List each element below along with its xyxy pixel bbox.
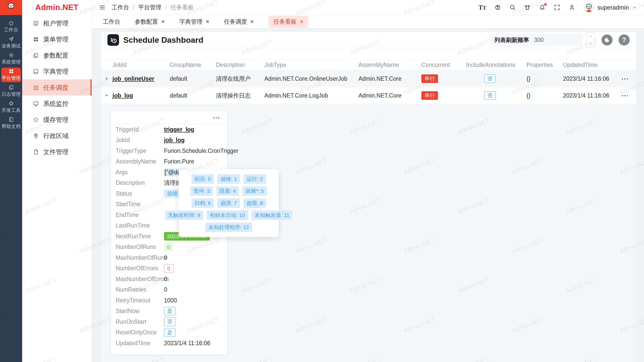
sidebar-item-3[interactable]: 字典管理: [22, 63, 92, 79]
detail-row: JobIdjob_log: [111, 135, 227, 146]
breadcrumb-item-0[interactable]: 工作台: [112, 4, 129, 11]
question-icon: ?: [622, 36, 626, 44]
status-badge: 运行: 2: [244, 174, 266, 184]
detail-label: Status: [116, 190, 164, 197]
table-row: job_onlineUserdefault清理在线用户Admin.NET.Cor…: [101, 70, 636, 87]
refresh-rate-label: 列表刷新频率: [494, 36, 529, 44]
status-badge: 阻塞: 4: [216, 186, 239, 196]
dashboard-card: Schedule Dashboard 列表刷新频率 300 ?: [101, 32, 636, 362]
caret-down-icon[interactable]: [104, 93, 109, 98]
location-pin-icon: [33, 133, 39, 139]
detail-tag: 0: [164, 264, 174, 273]
dark-mode-button[interactable]: [601, 34, 613, 46]
user-icon[interactable]: [569, 4, 575, 11]
rail-item-5[interactable]: 开发工具: [1, 100, 21, 114]
detail-text: 0: [164, 254, 167, 261]
detail-text: 1000: [164, 297, 177, 304]
sidebar-item-label: 系统监控: [43, 100, 68, 108]
status-legend-badges: 积压: 0就绪: 1运行: 2暂停: 3阻塞: 4就绪*: 5归档: 6崩溃: …: [181, 173, 276, 233]
column-header: IncludeAnnotations: [466, 62, 527, 68]
tab-4[interactable]: 任务看板×: [268, 16, 308, 28]
cell-properties: {}: [527, 92, 563, 99]
rail-item-3[interactable]: 平台管理: [1, 68, 21, 82]
sidebar-collapse-icon[interactable]: [99, 4, 106, 11]
user-menu[interactable]: superadmin: [583, 2, 637, 13]
sidebar-item-7[interactable]: 行政区域: [22, 128, 92, 144]
fullscreen-icon[interactable]: [554, 4, 560, 11]
sidebar-item-8[interactable]: 文件管理: [22, 144, 92, 160]
help-button[interactable]: ?: [619, 34, 630, 46]
sidebar-item-4[interactable]: 任务调度: [22, 79, 92, 96]
theme-shirt-icon[interactable]: [524, 4, 531, 11]
tab-1[interactable]: 参数配置×: [135, 18, 165, 26]
detail-row: NumberOfErrors0: [111, 263, 227, 274]
breadcrumb-item-2[interactable]: 任务看板: [171, 4, 194, 11]
rail-item-label: 日志管理: [2, 91, 21, 98]
caret-right-icon[interactable]: [104, 76, 109, 81]
detail-tag: 是: [164, 307, 175, 315]
detail-row: TriggerIdtrigger_log: [111, 124, 227, 135]
rail-item-0[interactable]: 工作台: [1, 19, 21, 34]
sidebar-item-2[interactable]: 参数配置: [22, 47, 92, 63]
tab-3[interactable]: 任务调度×: [224, 18, 254, 26]
job-id-link[interactable]: job_log: [112, 92, 133, 99]
tab-close-icon[interactable]: ×: [300, 19, 303, 25]
detail-label: NextRunTime: [116, 233, 164, 240]
tab-close-icon[interactable]: ×: [161, 19, 165, 25]
notification-bell-icon[interactable]: [539, 4, 546, 11]
detail-label: EndTime: [116, 212, 164, 218]
sidebar-item-6[interactable]: 缓存管理: [22, 112, 92, 128]
cell-assembly-name: Admin.NET.Core: [358, 92, 421, 99]
detail-link[interactable]: trigger_log: [164, 126, 194, 133]
include-annotations-tag: 否: [484, 74, 496, 83]
sidebar-item-1[interactable]: 菜单管理: [22, 31, 92, 47]
detail-tag: 0: [164, 243, 173, 251]
refresh-rate-input[interactable]: 列表刷新频率 300: [490, 34, 582, 46]
search-icon[interactable]: [509, 4, 516, 11]
sidebar-item-5[interactable]: 系统监控: [22, 96, 92, 112]
detail-label: JobId: [116, 137, 164, 144]
tab-close-icon[interactable]: ×: [250, 19, 254, 25]
detail-label: StartTime: [116, 201, 164, 208]
tab-2[interactable]: 字典管理×: [179, 18, 209, 26]
concurrent-tag: 串行: [421, 74, 438, 83]
detail-row: NumberOfRuns0: [111, 242, 227, 253]
tab-bar: 工作台参数配置×字典管理×任务调度×任务看板×: [92, 15, 644, 28]
stepper-up-icon[interactable]: [587, 32, 595, 40]
refresh-rate-stepper: [586, 32, 595, 48]
rail-item-2[interactable]: 系统管理: [1, 52, 21, 66]
icon-rail: 工作台业务测试系统管理平台管理日志管理开发工具帮助文档: [0, 0, 22, 362]
app-logo[interactable]: [0, 0, 22, 15]
breadcrumb: 工作台/平台管理/任务看板: [112, 4, 194, 11]
table-header-row: JobIdGroupNameDescriptionJobTypeAssembly…: [101, 60, 636, 70]
detail-row: ResetOnlyOnce是: [111, 327, 227, 338]
detail-link[interactable]: job_log: [164, 137, 185, 144]
detail-label: UpdatedTime: [116, 340, 164, 347]
font-size-icon[interactable]: TT: [478, 4, 486, 11]
tab-0[interactable]: 工作台: [103, 18, 120, 26]
card-header: Schedule Dashboard 列表刷新频率 300 ?: [101, 32, 636, 48]
column-header: JobType: [264, 62, 358, 68]
column-header: Concurrent: [421, 62, 466, 68]
language-icon[interactable]: [494, 4, 501, 11]
cell-job-type: Admin.NET.Core.LogJob: [264, 92, 358, 99]
detail-label: RunOnStart: [116, 319, 164, 325]
status-badge: 未知处理程序: 12: [205, 222, 252, 232]
status-badge: 积压: 0: [191, 174, 214, 184]
stepper-down-icon[interactable]: [587, 40, 595, 48]
breadcrumb-item-1[interactable]: 平台管理: [138, 4, 161, 11]
detail-label: NumberOfRuns: [116, 244, 164, 250]
rail-item-4[interactable]: 日志管理: [1, 84, 21, 98]
status-legend-popup: 积压: 0就绪: 1运行: 2暂停: 3阻塞: 4就绪*: 5归档: 6崩溃: …: [179, 169, 279, 237]
schedule-calendar-icon: [107, 34, 119, 46]
job-id-link[interactable]: job_onlineUser: [112, 75, 154, 82]
rail-item-1[interactable]: 业务测试: [1, 35, 21, 50]
detail-tag: 是: [164, 328, 175, 337]
detail-label: MaxNumberOfRuns: [116, 254, 164, 261]
tab-close-icon[interactable]: ×: [206, 19, 209, 25]
rail-item-6[interactable]: 帮助文档: [1, 116, 21, 130]
detail-label: TriggerId: [116, 126, 164, 133]
status-badge: 暂停: 3: [190, 186, 213, 196]
content-area: Schedule Dashboard 列表刷新频率 300 ?: [92, 28, 644, 362]
sidebar-item-0[interactable]: 租户管理: [22, 15, 92, 31]
